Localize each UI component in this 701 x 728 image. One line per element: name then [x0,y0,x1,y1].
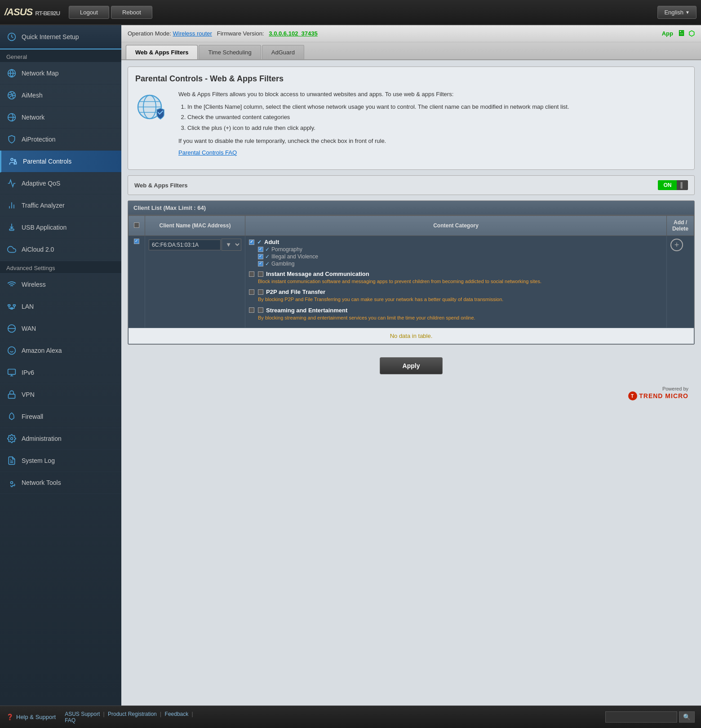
operation-mode-text: Operation Mode: Wireless router Firmware… [128,30,318,37]
lan-icon [6,301,17,312]
sidebar-general-label: General [0,49,121,62]
sidebar-item-usb-application[interactable]: USB Application [0,217,121,239]
p2p-category: P2P and File Transfer By blocking P2P an… [249,289,663,303]
aiprotection-icon [6,134,17,145]
sidebar-item-administration[interactable]: Administration [0,428,121,450]
streaming-desc: By blocking streaming and entertainment … [258,315,663,321]
p2p-inner-checkbox[interactable] [258,289,263,295]
description-area: Web & Apps Filters allows you to block a… [135,90,687,157]
client-list-panel: Client List (Max Limit : 64) Client Name… [128,200,695,345]
sidebar-item-label: VPN [22,391,35,398]
operation-mode-link[interactable]: Wireless router [173,30,212,37]
sidebar-item-vpn[interactable]: VPN [0,384,121,406]
mac-dropdown[interactable]: ▼ [222,239,241,251]
firewall-icon [6,411,17,422]
adult-checkbox[interactable] [249,240,254,245]
svg-text:T: T [631,394,634,399]
apply-button[interactable]: Apply [380,357,443,374]
tab-adguard[interactable]: AdGuard [262,45,304,59]
vpn-icon [6,389,17,400]
sidebar-item-quick-setup[interactable]: Quick Internet Setup [0,25,121,49]
footer-help[interactable]: ❓ Help & Support [6,714,56,720]
content-area: Operation Mode: Wireless router Firmware… [121,25,701,706]
tab-label: Time Scheduling [208,49,251,56]
illegal-violence-checkbox[interactable] [258,254,263,259]
search-input[interactable] [605,711,677,723]
row-checkbox[interactable] [134,239,139,244]
tab-time-scheduling[interactable]: Time Scheduling [199,45,261,59]
logo-area: /ASUSRT-BE92U [4,6,60,18]
sidebar-item-label: Administration [22,435,62,442]
svg-point-6 [11,158,13,160]
sidebar-item-network-map[interactable]: Network Map [0,62,121,84]
sidebar-item-wireless[interactable]: Wireless [0,274,121,296]
info-bar: Operation Mode: Wireless router Firmware… [121,25,701,42]
powered-by-label: Powered by [662,386,688,391]
faq-footer-link[interactable]: FAQ [65,717,75,724]
disable-note: If you want to disable the rule temporar… [178,137,687,146]
tab-web-apps-filters[interactable]: Web & Apps Filters [126,45,198,59]
instruction-list: In the [Clients Name] column, select the… [187,102,687,133]
toggle-on-label: ON [658,180,677,190]
top-nav-buttons: Logout Reboot [69,6,657,19]
mac-address-input[interactable]: 6C:F6:DA:51:03:1A [149,240,221,250]
top-bar: /ASUSRT-BE92U Logout Reboot English ▼ [0,0,701,25]
pornography-checkbox[interactable] [258,247,263,252]
table-header-add-delete: Add / Delete [666,216,694,236]
feedback-link[interactable]: Feedback [165,711,189,717]
instant-message-title: Instant Message and Communication [249,271,663,277]
reboot-button[interactable]: Reboot [111,6,152,19]
sidebar-item-network[interactable]: Network [0,107,121,129]
system-log-icon [6,455,17,466]
sidebar-item-lan[interactable]: LAN [0,296,121,318]
toggle-off-area: ▌ [677,180,688,190]
trend-micro-area: Powered by T TREND MICRO [128,382,695,403]
faq-link[interactable]: Parental Controls FAQ [178,149,237,156]
streaming-checkbox[interactable] [249,307,254,313]
svg-point-7 [14,160,16,161]
sidebar-item-firewall[interactable]: Firewall [0,406,121,428]
quick-setup-icon [6,31,17,42]
language-label: English [664,9,683,16]
svg-point-18 [8,347,16,355]
web-apps-filter-toggle[interactable]: ON ▌ [658,180,688,190]
sidebar-item-parental-controls[interactable]: Parental Controls [0,151,121,173]
tab-label: AdGuard [271,49,295,56]
sidebar-item-system-log[interactable]: System Log [0,450,121,472]
operation-mode-label: Operation Mode: [128,30,171,37]
language-selector[interactable]: English ▼ [657,6,697,19]
product-registration-link[interactable]: Product Registration [108,711,157,717]
tab-label: Web & Apps Filters [135,49,188,56]
sidebar-item-aicloud[interactable]: AiCloud 2.0 [0,239,121,261]
network-map-icon [6,68,17,79]
sidebar-item-traffic-analyzer[interactable]: Traffic Analyzer [0,195,121,217]
page-content: Parental Controls - Web & Apps Filters [121,60,701,706]
sidebar-item-ipv6[interactable]: IPv6 [0,362,121,384]
sidebar-item-label: WAN [22,325,36,332]
p2p-checkbox[interactable] [249,289,254,295]
p2p-title: P2P and File Transfer [249,289,663,295]
apply-area: Apply [128,350,695,382]
sidebar-item-wan[interactable]: WAN [0,318,121,340]
instant-message-checkbox[interactable] [249,271,254,277]
sidebar-item-aiprotection[interactable]: AiProtection [0,129,121,151]
add-rule-button[interactable]: + [670,239,683,251]
gambling-checkbox[interactable] [258,261,263,266]
adult-category: ✓ Adult ✓ Pornography [249,239,663,267]
sidebar-item-aimesh[interactable]: AiMesh [0,84,121,107]
sidebar-item-adaptive-qos[interactable]: Adaptive QoS [0,173,121,195]
firmware-version-link[interactable]: 3.0.0.6.102_37435 [269,30,317,37]
sidebar-item-label: Wireless [22,281,46,288]
logout-button[interactable]: Logout [69,6,109,19]
asus-support-link[interactable]: ASUS Support [65,711,100,717]
sidebar-item-network-tools[interactable]: Network Tools [0,472,121,494]
sidebar-item-amazon-alexa[interactable]: Amazon Alexa [0,340,121,362]
select-all-checkbox[interactable] [134,222,139,228]
streaming-inner-checkbox[interactable] [258,307,263,313]
description-text: Web & Apps Filters allows you to block a… [178,90,687,157]
mac-address-cell: 6C:F6:DA:51:03:1A ▼ [145,236,245,328]
svg-point-26 [11,482,13,484]
instant-message-inner-checkbox[interactable] [258,271,263,277]
search-button[interactable]: 🔍 [679,711,695,723]
parental-controls-icon [8,156,18,167]
